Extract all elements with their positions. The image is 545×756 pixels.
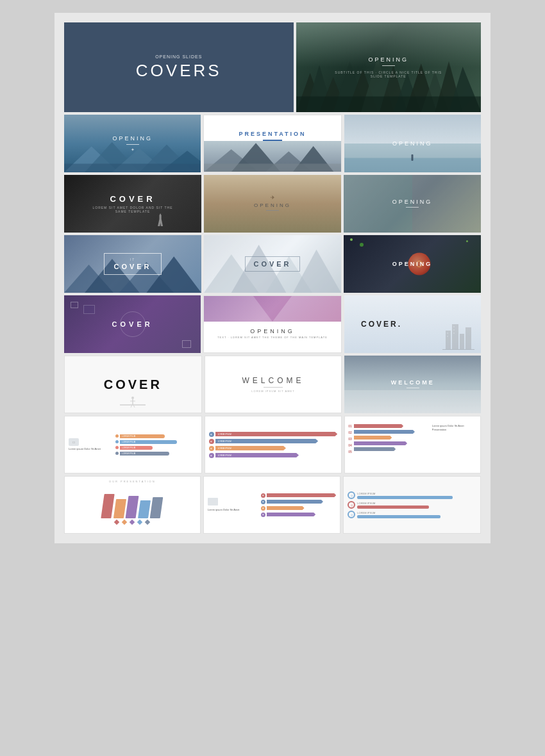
- svg-rect-37: [460, 334, 464, 350]
- slide-opening-winter[interactable]: OPENING: [344, 175, 481, 233]
- info2-row-3: ◉ LOREM IPSUM: [209, 446, 338, 451]
- diag-shapes-container: [103, 494, 162, 518]
- slide-opening-lake-title: OPENING: [392, 140, 433, 147]
- b4: [354, 441, 407, 445]
- info6-bar-3: [357, 515, 440, 518]
- b5: [354, 447, 396, 451]
- info5-left: Lorem ipsum Dolor Sit Amet: [208, 498, 259, 511]
- slide-opening-flowers-desc: TEXT · LOREM SIT AMET THE THEME OF THE M…: [217, 336, 328, 339]
- slide-welcome-fog[interactable]: WELCOME: [344, 356, 481, 413]
- dot-4: [115, 452, 119, 455]
- our-presentation-label: OUR PRESENTATION: [109, 480, 156, 483]
- ic3: ◉: [261, 506, 265, 511]
- circle-icon-3: ◎: [348, 511, 355, 518]
- platform-bg: [120, 391, 146, 407]
- info5-row1: ◉: [261, 493, 336, 498]
- icon-circle-2: ◉: [209, 439, 214, 444]
- slide-opening-lake[interactable]: OPENING: [344, 115, 481, 172]
- slide-infographic3[interactable]: 01 02 03 04 05 Lorem ipsum Dolor Sit Ame…: [344, 416, 481, 473]
- slide-infographic1[interactable]: □ Lorem ipsum Dolor Sit Amet LOREM IPSUM: [64, 416, 202, 473]
- slide-opening-forest[interactable]: OPENING SUBTITLE OF THIS · CIRCLE A NICE…: [296, 22, 482, 112]
- slide-cover-dark-desc: LOREM SIT AMET DOLOR AND SIT THE SAME TE…: [86, 206, 180, 213]
- info6-text-3: LOREM IPSUM: [357, 511, 476, 518]
- diag-1: [101, 494, 115, 518]
- ib1: [267, 493, 336, 497]
- info5-bars: ◉ ◉ ◉ ◉: [261, 493, 336, 517]
- info6-text-2: LOREM IPSUM: [357, 502, 476, 509]
- bar-4: LOREM IPSUM: [120, 452, 169, 456]
- info2-row-4: ◉ LOREM IPSUM: [209, 453, 338, 458]
- divider-winter: [406, 207, 419, 208]
- slide-infographic6[interactable]: ◎ LOREM IPSUM ◎ LOREM IPSUM ◎ LOREM IPSU…: [343, 476, 481, 534]
- slide-presentation-white[interactable]: PRESENTATION: [203, 115, 341, 172]
- diamond-2: [122, 519, 127, 524]
- box-outline-white: COVER: [245, 256, 299, 272]
- info6-bar-1: [357, 496, 453, 499]
- diag-5: [150, 497, 164, 518]
- slide-opening-title: OPENING: [368, 56, 408, 63]
- slide-cover-dark-title: COVER: [110, 194, 155, 204]
- info6-label-3: LOREM IPSUM: [357, 511, 476, 514]
- slide-mountains-blue[interactable]: OPENING ✦: [64, 115, 201, 172]
- row-6: COVER WELCOME LOREM IPSUM SIT AMET WELCO…: [64, 356, 481, 413]
- svg-rect-40: [447, 333, 448, 334]
- page-container: Opening Slides COVERS: [55, 13, 491, 543]
- infographic2-content: ◉ LOREM IPSUM ◉ LOREM IPSUM ◉ LOREM IPSU…: [209, 420, 338, 470]
- slide-cover-box-blue[interactable]: IT COVER: [64, 235, 201, 293]
- slide-infographic4[interactable]: OUR PRESENTATION: [64, 476, 201, 534]
- ic4: ◉: [261, 513, 265, 517]
- slide-welcome-white[interactable]: WELCOME LOREM IPSUM SIT AMET: [205, 356, 342, 413]
- slide-covers-main[interactable]: Opening Slides COVERS: [64, 22, 294, 112]
- info6-label-2: LOREM IPSUM: [357, 502, 476, 505]
- chevron-3: LOREM IPSUM: [215, 446, 286, 450]
- info5-row2: ◉: [261, 500, 336, 504]
- slide-divider: [382, 65, 395, 66]
- slide-cover-white-big[interactable]: COVER: [64, 356, 202, 413]
- laptop-icon: □: [69, 438, 79, 446]
- ic1: ◉: [261, 493, 265, 498]
- info5-row4: ◉: [261, 513, 336, 517]
- slide-opening-city-title: OPENING: [392, 261, 433, 267]
- num-01: 01: [348, 424, 352, 428]
- slide-welcome-fog-title: WELCOME: [391, 379, 435, 386]
- divider-book: [266, 210, 279, 211]
- diag-4: [138, 500, 151, 518]
- b2: [354, 430, 415, 434]
- flower-bg: [204, 296, 340, 322]
- slide-cover-white-title: COVER: [104, 377, 162, 392]
- city-light-2: [360, 243, 364, 247]
- row-5: COVER OPENING TEXT · LOREM SIT AMET THE …: [64, 295, 481, 353]
- number-column: 01 02 03 04 05: [348, 419, 352, 454]
- slide-opening-book[interactable]: ✈ OPENING: [204, 175, 341, 233]
- slide-opening-city[interactable]: OPENING: [344, 235, 481, 293]
- slide-cover-building[interactable]: COVER.: [344, 295, 481, 353]
- slide-cover-box-white[interactable]: COVER: [204, 235, 341, 293]
- slide-cover-box-title: COVER: [113, 263, 151, 270]
- paper-icon: ✈: [271, 195, 275, 201]
- slide-cover-box-white-title: COVER: [253, 260, 291, 268]
- slide-opening-flowers[interactable]: OPENING TEXT · LOREM SIT AMET THE THEME …: [203, 295, 341, 353]
- chevron-2: LOREM IPSUM: [215, 439, 319, 443]
- num-02: 02: [348, 431, 352, 434]
- slide-cover-purple[interactable]: COVER: [64, 295, 201, 353]
- svg-rect-18: [64, 164, 201, 173]
- svg-rect-38: [465, 327, 471, 350]
- slide-cover-purple-title: COVER: [112, 320, 153, 328]
- b3: [354, 436, 392, 440]
- num-04: 04: [348, 443, 352, 447]
- welcome-divider: [264, 387, 283, 388]
- caption-column: Lorem ipsum Dolor Sit Amet Presentation: [432, 419, 477, 431]
- slide-cover-dark[interactable]: COVER LOREM SIT AMET DOLOR AND SIT THE S…: [64, 175, 201, 233]
- slide-infographic2[interactable]: ◉ LOREM IPSUM ◉ LOREM IPSUM ◉ LOREM IPSU…: [205, 416, 342, 473]
- wall-art-2: [83, 305, 95, 314]
- slide-opening-book-title: OPENING: [254, 202, 291, 208]
- slide-infographic5[interactable]: Lorem ipsum Dolor Sit Amet ◉ ◉ ◉ ◉: [203, 476, 341, 534]
- box-small-text: IT: [130, 258, 135, 261]
- ib2: [267, 500, 323, 504]
- circle-icon-1: ◎: [348, 491, 355, 499]
- infographic1-bars: LOREM IPSUM LOREM IPSUM LOREM IPSUM: [115, 420, 197, 470]
- slide-opening-mountains: OPENING: [112, 135, 153, 142]
- slide-desc: SUBTITLE OF THIS · CIRCLE A NICE TITLE O…: [331, 70, 446, 78]
- mountain-svg: [64, 138, 201, 172]
- welcome-fog-divider: [407, 388, 419, 388]
